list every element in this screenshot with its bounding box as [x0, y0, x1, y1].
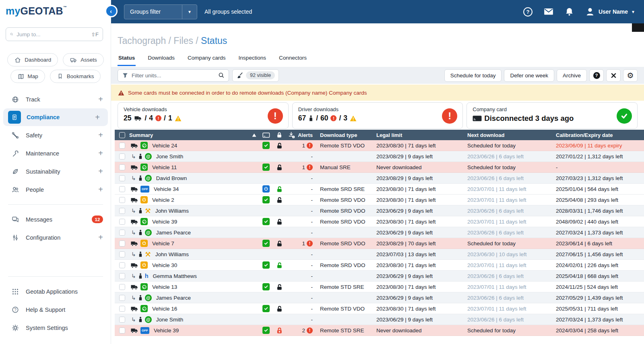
breadcrumb-trail[interactable]: Tachograph / Files /: [118, 35, 201, 46]
table-row[interactable]: Vehicle 2 - Remote SRD VDO 2023/08/30 | …: [115, 195, 644, 205]
table-row[interactable]: ↳@ James Pearce - 2023/06/29 | 9 days le…: [115, 227, 644, 238]
download-column-icon[interactable]: i: [288, 132, 295, 139]
expand-maintenance-icon[interactable]: +: [98, 149, 103, 158]
table-row[interactable]: OFF Vehicle 39 2! Remote STD SRE Never d…: [115, 325, 644, 336]
row-checkbox[interactable]: [119, 186, 125, 192]
sidebar-item-maintenance[interactable]: Maintenance +: [0, 144, 111, 162]
row-checkbox[interactable]: [119, 306, 125, 312]
table-row[interactable]: ↳h Gemma Matthews - 2023/06/29 | 9 days …: [115, 271, 644, 282]
power-status-icon: [140, 261, 148, 269]
sidebar-item-track[interactable]: Track +: [0, 90, 111, 108]
expand-people-icon[interactable]: +: [98, 185, 103, 194]
legal-limit-cell: 2023/06/29 | 9 days left: [373, 273, 464, 279]
jump-to-input[interactable]: [17, 31, 88, 37]
jump-to-search[interactable]: ⇧F: [6, 27, 103, 41]
sidebar-item-safety[interactable]: Safety +: [0, 126, 111, 144]
row-checkbox[interactable]: [119, 164, 125, 170]
lock-column-icon[interactable]: [277, 132, 282, 138]
row-checkbox[interactable]: [119, 143, 125, 149]
sidebar-item-compliance[interactable]: Compliance +: [3, 108, 108, 126]
tab-company-cards[interactable]: Company cards: [187, 53, 227, 66]
download-type-column-header[interactable]: Download type: [320, 132, 357, 138]
separator: /: [316, 114, 318, 122]
table-row[interactable]: ↳@ James Pearce - 2023/06/29 | 9 days le…: [115, 292, 644, 303]
row-checkbox[interactable]: [119, 251, 125, 257]
row-checkbox[interactable]: [119, 197, 125, 203]
table-row[interactable]: ↳@ David Brown - 2023/08/29 | 9 days lef…: [115, 173, 644, 184]
table-row[interactable]: OFF Vehicle 34 - Remote SRD SRE 2023/08/…: [115, 184, 644, 195]
schedule-for-today-button[interactable]: Schedule for today: [444, 69, 502, 82]
driver-downloads-card[interactable]: Driver downloads 67 / 60 ! / 3 !: [292, 102, 463, 129]
row-checkbox[interactable]: [119, 327, 125, 334]
row-checkbox[interactable]: [119, 153, 125, 160]
help-circle-icon[interactable]: ?: [523, 7, 533, 17]
tab-connectors[interactable]: Connectors: [278, 53, 308, 66]
defer-one-week-button[interactable]: Defer one week: [504, 69, 554, 82]
sidebar-item-system-settings[interactable]: System Settings: [0, 319, 111, 337]
row-checkbox[interactable]: [119, 230, 125, 236]
scrollbar-thumb[interactable]: [632, 23, 644, 32]
row-checkbox[interactable]: [119, 273, 125, 279]
alerts-column-header[interactable]: Alerts: [298, 132, 313, 138]
table-row[interactable]: ↳@ Jone Smith - 2023/06/29 | 9 days left…: [115, 314, 644, 325]
filter-units-input[interactable]: [132, 73, 215, 79]
bell-icon[interactable]: [564, 7, 574, 17]
vehicle-downloads-card[interactable]: Vehicle downloads 25 / 4 ! / 1 !: [118, 102, 289, 129]
table-settings-button[interactable]: ⚙: [623, 69, 638, 82]
table-row[interactable]: Vehicle 13 - Remote STD SRE 2023/08/30 |…: [115, 282, 644, 292]
mail-icon[interactable]: [543, 6, 554, 17]
table-row[interactable]: ↳ John Williams - 2023/07/03 | 13 days l…: [115, 249, 644, 260]
groups-filter-button[interactable]: Groups filter ▼: [124, 4, 197, 19]
row-checkbox[interactable]: [119, 208, 125, 214]
bookmarks-button[interactable]: Bookmarks: [50, 70, 101, 83]
assets-button[interactable]: Assets: [63, 53, 104, 66]
expand-track-icon[interactable]: +: [98, 95, 103, 104]
sidebar-item-geotab-applications[interactable]: Geotab Applications: [0, 282, 111, 300]
user-menu[interactable]: User Name ▼: [585, 6, 635, 17]
row-checkbox[interactable]: [119, 175, 125, 181]
table-row[interactable]: Vehicle 11 1! Manual SRE Never downloade…: [115, 162, 644, 173]
company-card-card[interactable]: Company card Disconnected 3 days ago: [466, 102, 638, 129]
table-row[interactable]: Vehicle 30 - Remote SRD VDO 2023/08/30 |…: [115, 260, 644, 271]
expand-sustainability-icon[interactable]: +: [98, 167, 103, 176]
table-row[interactable]: ↳@ Jone Smith - 2023/08/29 | 9 days left…: [115, 151, 644, 162]
row-checkbox[interactable]: [119, 262, 125, 268]
tab-downloads[interactable]: Downloads: [147, 53, 175, 66]
expand-compliance-icon[interactable]: +: [95, 113, 100, 122]
search-icon[interactable]: [218, 72, 225, 79]
table-row[interactable]: Vehicle 7 1! Remote SRD VDO 2023/08/29 |…: [115, 238, 644, 249]
expand-configuration-icon[interactable]: +: [98, 233, 103, 242]
sidebar-item-configuration[interactable]: Configuration +: [0, 228, 111, 247]
next-download-column-header[interactable]: Next download: [467, 132, 504, 138]
table-help-button[interactable]: ?: [589, 69, 604, 82]
summary-column-header[interactable]: Summary: [129, 132, 153, 138]
row-checkbox[interactable]: [119, 295, 125, 301]
row-checkbox[interactable]: [119, 219, 125, 225]
calibration-column-header[interactable]: Calibration/Expiry date: [556, 132, 613, 138]
table-row[interactable]: ↳ John Williams - Remote SRD VDO 2023/06…: [115, 205, 644, 216]
map-button[interactable]: Map: [10, 70, 45, 83]
sidebar-item-people[interactable]: People +: [0, 180, 111, 199]
row-checkbox[interactable]: [119, 284, 125, 290]
table-row[interactable]: Vehicle 16 - Remote STD VDO 2023/08/30 |…: [115, 303, 644, 314]
tab-status[interactable]: Status: [118, 53, 136, 66]
sidebar-collapse-button[interactable]: ‹: [105, 5, 118, 17]
dashboard-button[interactable]: Dashboard: [7, 53, 58, 66]
clear-filter-button[interactable]: [606, 69, 621, 82]
expand-safety-icon[interactable]: +: [98, 131, 103, 140]
filter-units-box[interactable]: [118, 69, 229, 82]
sidebar-item-help-support[interactable]: ? Help & Support: [0, 300, 111, 319]
card-column-icon[interactable]: [262, 132, 270, 138]
table-row[interactable]: Vehicle 39 - Remote SRD VDO 2023/08/30 |…: [115, 216, 644, 227]
sort-asc-icon[interactable]: [252, 133, 256, 137]
visible-count-button[interactable]: 92 visible: [232, 69, 279, 82]
sidebar-item-messages[interactable]: Messages 12: [0, 210, 111, 228]
sidebar-item-sustainability[interactable]: Sustainability +: [0, 162, 111, 180]
archive-button[interactable]: Archive: [557, 69, 587, 82]
table-row[interactable]: Vehicle 24 1! Remote STD VDO 2023/08/30 …: [115, 140, 644, 151]
row-checkbox[interactable]: [119, 240, 125, 247]
tab-inspections[interactable]: Inspections: [238, 53, 267, 66]
legal-limit-column-header[interactable]: Legal limit: [376, 132, 402, 138]
select-all-checkbox[interactable]: [119, 132, 125, 138]
row-checkbox[interactable]: [119, 317, 125, 323]
